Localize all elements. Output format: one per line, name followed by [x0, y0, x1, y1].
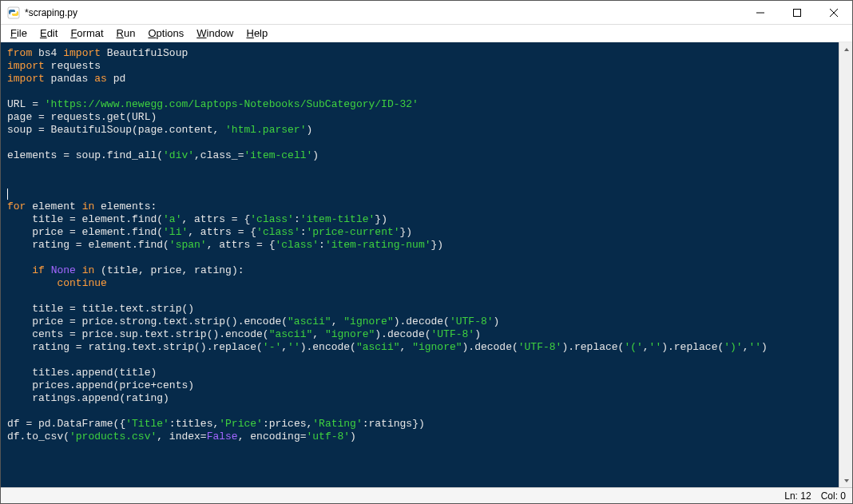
menu-edit[interactable]: Edit [34, 26, 64, 40]
menu-file[interactable]: File [4, 26, 34, 40]
code-line[interactable] [7, 162, 834, 175]
minimize-button[interactable] [742, 1, 779, 25]
maximize-button[interactable] [779, 1, 815, 25]
menu-bar: File Edit Format Run Options Window Help [1, 25, 852, 42]
code-line[interactable] [7, 405, 834, 418]
code-line[interactable]: from bs4 import BeautifulSoup [7, 47, 834, 60]
status-col: Col: 0 [821, 490, 846, 502]
menu-window[interactable]: Window [190, 26, 240, 40]
code-line[interactable] [7, 85, 834, 98]
menu-options[interactable]: Options [141, 26, 190, 40]
code-line[interactable]: title = element.find('a', attrs = {'clas… [7, 213, 834, 226]
status-line: Ln: 12 [784, 490, 811, 502]
scroll-up-icon[interactable] [839, 42, 853, 56]
editor-area: from bs4 import BeautifulSoupimport requ… [1, 42, 852, 487]
code-line[interactable]: df.to_csv('products.csv', index=False, e… [7, 431, 834, 443]
close-button[interactable] [815, 1, 852, 25]
code-line[interactable]: URL = 'https://www.newegg.com/Laptops-No… [7, 98, 834, 111]
python-file-icon [7, 6, 20, 19]
code-line[interactable]: ratings.append(rating) [7, 392, 834, 405]
code-line[interactable]: titles.append(title) [7, 367, 834, 379]
code-line[interactable]: rating = rating.text.strip().replace('-'… [7, 341, 834, 354]
code-line[interactable]: elements = soup.find_all('div',class_='i… [7, 149, 834, 162]
vertical-scrollbar[interactable] [839, 42, 852, 487]
code-line[interactable]: page = requests.get(URL) [7, 111, 834, 124]
code-line[interactable] [7, 137, 834, 149]
menu-format[interactable]: Format [64, 26, 109, 40]
svg-marker-6 [844, 479, 849, 482]
code-line[interactable]: import requests [7, 60, 834, 73]
code-line[interactable]: import pandas as pd [7, 73, 834, 85]
code-line[interactable] [7, 188, 834, 200]
code-line[interactable] [7, 354, 834, 367]
code-line[interactable]: price = price.strong.text.strip().encode… [7, 315, 834, 328]
status-bar: Ln: 12 Col: 0 [1, 487, 852, 503]
code-line[interactable]: cents = price.sup.text.strip().encode("a… [7, 328, 834, 341]
menu-run[interactable]: Run [110, 26, 142, 40]
menu-help[interactable]: Help [240, 26, 275, 40]
svg-marker-5 [844, 48, 849, 51]
code-line[interactable]: if None in (title, price, rating): [7, 264, 834, 277]
code-line[interactable]: soup = BeautifulSoup(page.content, 'html… [7, 124, 834, 137]
title-bar[interactable]: *scraping.py [1, 1, 852, 25]
svg-rect-2 [794, 10, 801, 17]
window-title: *scraping.py [25, 7, 77, 18]
code-line[interactable]: prices.append(price+cents) [7, 379, 834, 392]
code-line[interactable] [7, 290, 834, 303]
code-line[interactable]: for element in elements: [7, 200, 834, 213]
code-line[interactable]: df = pd.DataFrame({'Title':titles,'Price… [7, 418, 834, 431]
code-line[interactable]: title = title.text.strip() [7, 303, 834, 315]
scroll-down-icon[interactable] [839, 474, 853, 487]
window-controls [742, 1, 852, 24]
code-line[interactable] [7, 175, 834, 188]
app-window: *scraping.py File Edit Format Run Option… [0, 0, 853, 504]
code-editor[interactable]: from bs4 import BeautifulSoupimport requ… [1, 42, 839, 487]
code-line[interactable]: continue [7, 277, 834, 290]
code-line[interactable]: rating = element.find('span', attrs = {'… [7, 239, 834, 252]
code-line[interactable] [7, 252, 834, 264]
code-line[interactable]: price = element.find('li', attrs = {'cla… [7, 226, 834, 239]
